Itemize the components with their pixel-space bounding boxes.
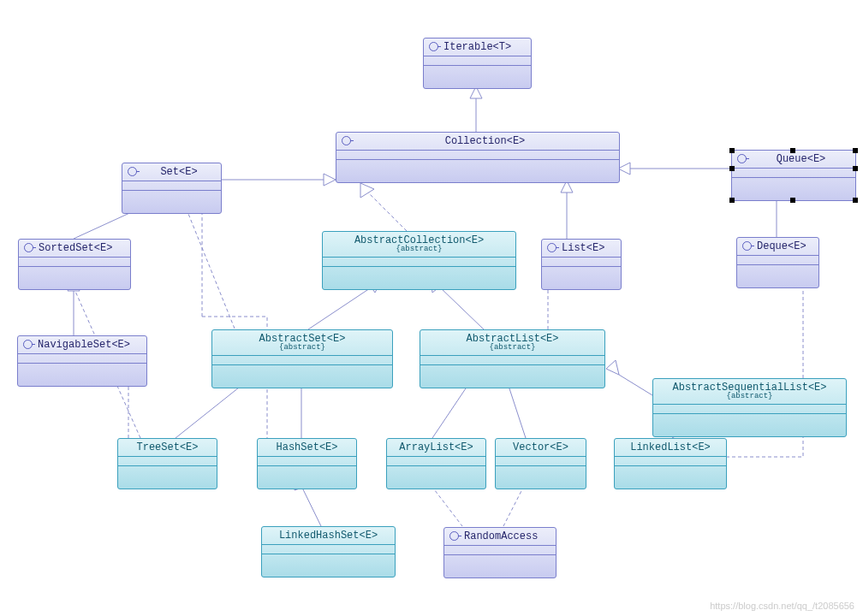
interface-icon (429, 42, 438, 51)
stereotype: {abstract} (279, 344, 325, 352)
label: Iterable<T> (443, 41, 511, 53)
class-hashset[interactable]: HashSet<E> (257, 438, 357, 489)
interface-icon (737, 154, 747, 163)
interface-icon (24, 243, 33, 252)
class-abstractsequentiallist[interactable]: AbstractSequentialList<E>{abstract} (652, 378, 847, 437)
class-abstractlist[interactable]: AbstractList<E>{abstract} (420, 329, 605, 388)
label: Deque<E> (757, 240, 806, 252)
connectors (0, 0, 863, 616)
class-linkedlist[interactable]: LinkedList<E> (614, 438, 727, 489)
label: NavigableSet<E> (38, 339, 130, 351)
class-linkedhashset[interactable]: LinkedHashSet<E> (261, 526, 396, 578)
label: List<E> (562, 242, 604, 254)
class-deque[interactable]: Deque<E> (736, 237, 819, 288)
label: TreeSet<E> (136, 441, 198, 453)
stereotype: {abstract} (489, 344, 535, 352)
label: LinkedHashSet<E> (279, 530, 378, 542)
label: LinkedList<E> (630, 441, 711, 453)
label: Queue<E> (777, 153, 826, 165)
class-iterable[interactable]: Iterable<T> (423, 38, 532, 89)
class-collection[interactable]: Collection<E> (336, 132, 620, 183)
svg-marker-16 (606, 360, 619, 375)
class-set[interactable]: Set<E> (122, 163, 222, 214)
class-list[interactable]: List<E> (541, 239, 622, 290)
interface-icon (342, 136, 351, 145)
interface-icon (547, 243, 556, 252)
label: Set<E> (160, 166, 197, 178)
label: ArrayList<E> (399, 441, 473, 453)
watermark: https://blog.csdn.net/qq_/t2085656 (710, 601, 854, 611)
interface-icon (449, 531, 459, 541)
svg-marker-1 (324, 174, 336, 186)
class-navigableset[interactable]: NavigableSet<E> (17, 335, 147, 387)
class-abstractcollection[interactable]: AbstractCollection<E>{abstract} (322, 231, 516, 290)
class-arraylist[interactable]: ArrayList<E> (386, 438, 486, 489)
class-randomaccess[interactable]: RandomAccess (443, 527, 556, 578)
svg-marker-4 (360, 183, 374, 198)
svg-marker-2 (618, 163, 630, 175)
class-queue[interactable]: Queue<E> (731, 150, 856, 201)
label: Vector<E> (513, 441, 568, 453)
label: Collection<E> (445, 135, 526, 147)
interface-icon (128, 167, 137, 176)
class-abstractset[interactable]: AbstractSet<E>{abstract} (211, 329, 393, 388)
label: HashSet<E> (276, 441, 337, 453)
class-vector[interactable]: Vector<E> (495, 438, 586, 489)
class-sortedset[interactable]: SortedSet<E> (18, 239, 131, 290)
uml-canvas: Iterable<T> Collection<E> Set<E> Queue<E… (0, 0, 863, 616)
stereotype: {abstract} (396, 246, 442, 253)
label: SortedSet<E> (39, 242, 112, 254)
label: RandomAccess (464, 530, 538, 542)
class-treeset[interactable]: TreeSet<E> (117, 438, 217, 489)
interface-icon (742, 241, 752, 251)
interface-icon (23, 340, 33, 349)
stereotype: {abstract} (726, 393, 772, 400)
